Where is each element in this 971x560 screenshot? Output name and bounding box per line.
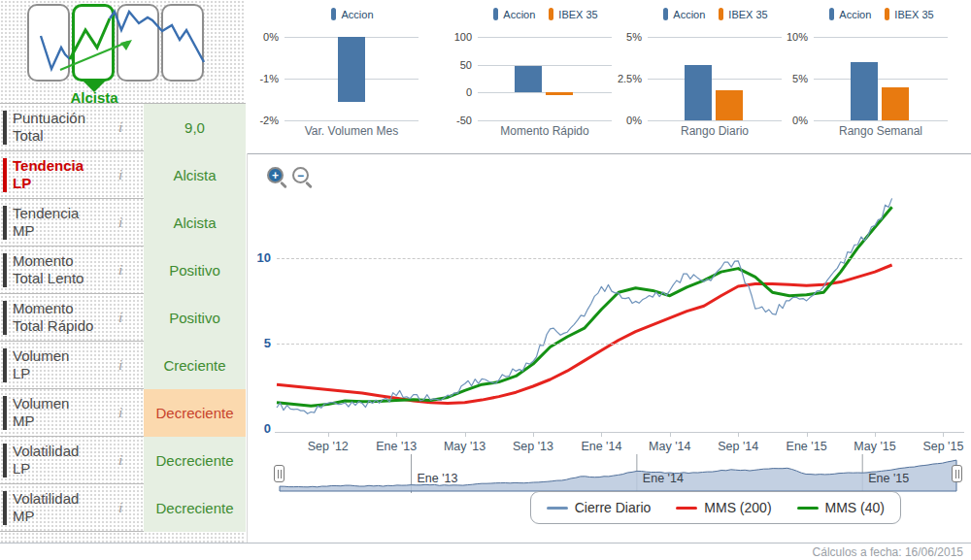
trend-cell-selected[interactable]	[72, 4, 115, 82]
row-accent-bar	[3, 301, 7, 335]
mini-chart-var-volumen-mes: Accion 0%-1%-2% Var. Volumen Mes	[253, 0, 426, 146]
mini-ytick-label: 2.5%	[615, 73, 642, 84]
cierre-diario-line-icon	[547, 507, 568, 510]
score-row[interactable]: PuntuaciónTotal i 9,0	[0, 104, 246, 151]
row-label: MomentoTotal Lento	[13, 252, 84, 287]
legend-item-accion[interactable]: Accion	[663, 8, 705, 20]
x-axis-tick	[465, 432, 466, 437]
row-value-badge: Positivo	[144, 247, 246, 294]
legend-item-ibex35[interactable]: IBEX 35	[885, 8, 933, 20]
mini-ytick-label: 0	[445, 86, 472, 98]
row-label: VolatilidadMP	[13, 490, 79, 525]
legend-item-cierre-diario[interactable]: Cierre Diario	[547, 500, 652, 515]
row-label: VolumenLP	[13, 347, 69, 382]
bar-accion[interactable]	[685, 65, 712, 120]
legend-item-ibex35[interactable]: IBEX 35	[719, 8, 767, 20]
mini-ytick-label: 5%	[781, 73, 808, 84]
trend-cell-1[interactable]	[27, 4, 70, 82]
info-icon[interactable]: i	[118, 119, 122, 136]
row-accent-bar	[3, 348, 7, 382]
main-chart-legend: Cierre Diario MMS (200) MMS (40)	[530, 491, 901, 524]
x-axis-label: Sep '13	[504, 440, 562, 453]
x-axis-label: Sep '12	[299, 440, 357, 453]
main-price-chart[interactable]: + − 0510Sep '12Ene '13May '13Sep '13Ene …	[248, 155, 971, 451]
info-icon[interactable]: i	[118, 214, 122, 231]
mini-chart-title: Rango Diario	[648, 124, 782, 138]
accion-marker-icon	[493, 8, 498, 20]
row-label: TendenciaMP	[13, 205, 79, 240]
row-value-badge: Decreciente	[144, 389, 246, 437]
accion-marker-icon	[331, 8, 336, 20]
mini-chart-title: Rango Semanal	[814, 124, 948, 138]
navigator-area-plot	[248, 454, 971, 493]
legend-item-mms-200[interactable]: MMS (200)	[676, 500, 771, 515]
mini-gridline	[478, 92, 612, 93]
score-row[interactable]: TendenciaMP i Alcista	[0, 199, 246, 247]
info-icon[interactable]: i	[118, 357, 122, 374]
x-axis-label: Ene '15	[778, 440, 836, 453]
mini-gridline	[648, 79, 782, 80]
ibex35-marker-icon	[549, 8, 553, 20]
score-row[interactable]: VolatilidadLP i Decreciente	[0, 437, 246, 484]
info-icon[interactable]: i	[118, 262, 122, 279]
price-series-plot	[248, 155, 971, 451]
navigator-right-handle[interactable]	[952, 465, 962, 482]
row-accent-bar	[3, 253, 7, 287]
score-row[interactable]: VolumenLP i Creciente	[0, 342, 246, 389]
bar-accion[interactable]	[338, 37, 365, 102]
mini-chart-rango-diario: Accion IBEX 35 5%2.5%0% Rango Diario	[617, 0, 789, 146]
x-axis-tick	[328, 432, 329, 437]
y-axis-label: 10	[248, 250, 271, 265]
mini-gridline	[478, 65, 612, 66]
mini-chart-title: Momento Rápido	[478, 124, 612, 138]
row-value-badge: 9,0	[144, 104, 246, 151]
range-navigator[interactable]: Ene '13Ene '14Ene '15	[248, 454, 971, 493]
bar-accion[interactable]	[515, 66, 542, 93]
gridline	[277, 258, 962, 259]
series-cierre-diario	[277, 198, 892, 413]
navigator-date-label: Ene '13	[418, 472, 458, 485]
score-row[interactable]: VolatilidadMP i Decreciente	[0, 484, 246, 532]
series-mms-200-	[277, 265, 892, 404]
row-value-badge: Alcista	[144, 199, 246, 247]
mini-ytick-label: 0%	[251, 31, 279, 43]
legend-item-accion[interactable]: Accion	[331, 8, 373, 20]
mms-200-line-icon	[676, 507, 697, 510]
mini-ytick-label: 0%	[781, 115, 808, 126]
bar-accion[interactable]	[851, 62, 878, 120]
legend-item-accion[interactable]: Accion	[493, 8, 535, 20]
mini-chart-rango-semanal: Accion IBEX 35 10%5%0% Rango Semanal	[783, 0, 955, 146]
x-axis-label: May '15	[846, 440, 904, 453]
x-axis-tick	[533, 432, 534, 437]
bar-ibex-35[interactable]	[716, 90, 743, 120]
mms-40-line-icon	[797, 507, 819, 510]
info-icon[interactable]: i	[118, 310, 122, 326]
section-divider	[248, 153, 971, 154]
info-icon[interactable]: i	[118, 167, 122, 183]
bar-ibex-35[interactable]	[546, 92, 573, 95]
mini-chart-momento-rapido: Accion IBEX 35 100500-50 Momento Rápido	[447, 0, 619, 146]
score-row[interactable]: TendenciaLP i Alcista	[0, 151, 246, 199]
legend-item-ibex35[interactable]: IBEX 35	[549, 8, 597, 20]
legend-item-accion[interactable]: Accion	[829, 8, 871, 20]
info-icon[interactable]: i	[118, 405, 122, 421]
bar-ibex-35[interactable]	[882, 87, 909, 120]
row-label: VolatilidadLP	[13, 443, 79, 478]
trend-cell-3[interactable]	[117, 4, 159, 82]
mini-gridline	[814, 79, 948, 80]
score-row[interactable]: VolumenMP i Decreciente	[0, 389, 246, 437]
score-table: PuntuaciónTotal i 9,0 TendenciaLP i Alci…	[0, 103, 246, 532]
navigator-left-handle[interactable]	[274, 465, 285, 482]
mini-ytick-label: -1%	[251, 73, 279, 84]
row-label: VolumenMP	[13, 395, 69, 430]
mini-plot: 100500-50	[478, 37, 612, 120]
legend-item-mms-40[interactable]: MMS (40)	[797, 500, 885, 515]
info-icon[interactable]: i	[118, 500, 122, 516]
score-row[interactable]: MomentoTotal Rápido i Positivo	[0, 294, 246, 342]
mini-gridline	[814, 120, 948, 121]
info-icon[interactable]: i	[118, 452, 122, 469]
score-row[interactable]: MomentoTotal Lento i Positivo	[0, 247, 246, 294]
mini-gridline	[478, 120, 612, 121]
trend-cell-4[interactable]	[161, 4, 204, 82]
row-label: TendenciaLP	[13, 157, 84, 192]
